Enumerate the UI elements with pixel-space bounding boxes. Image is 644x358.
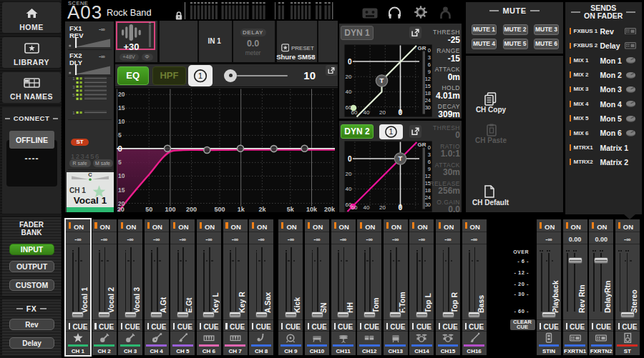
svg-text:20: 20 [379,109,386,116]
svg-text:0: 0 [348,155,352,163]
svg-text:40: 40 [364,109,370,116]
svg-text:20: 20 [346,74,352,80]
svg-text:20: 20 [379,204,386,211]
svg-text:60: 60 [351,204,358,211]
svg-text:0: 0 [348,58,352,66]
svg-text:60: 60 [351,109,358,116]
svg-text:20: 20 [346,171,352,177]
svg-text:40: 40 [346,186,352,192]
svg-text:T: T [380,76,384,84]
svg-text:40: 40 [364,204,370,211]
svg-text:40: 40 [346,89,352,95]
